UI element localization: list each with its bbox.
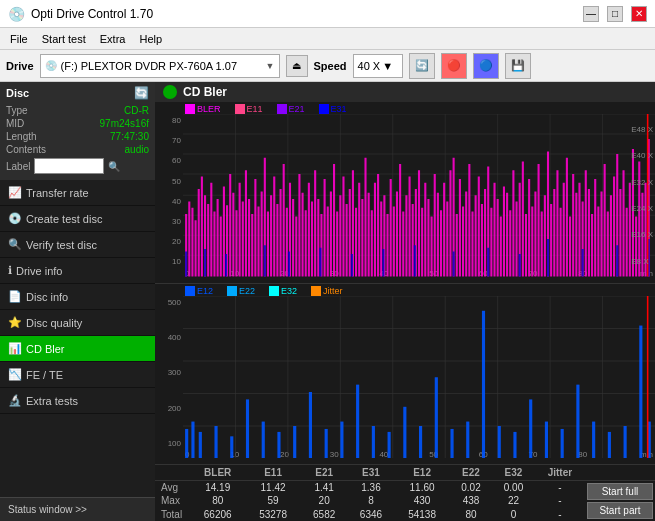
- action-buttons-cell: Start full Start part: [585, 481, 655, 522]
- maximize-button[interactable]: □: [607, 6, 623, 22]
- svg-rect-145: [591, 214, 593, 277]
- svg-rect-71: [358, 183, 360, 277]
- svg-rect-139: [572, 174, 574, 277]
- label-input[interactable]: [34, 158, 104, 174]
- start-full-button[interactable]: Start full: [587, 483, 653, 500]
- settings-button[interactable]: 🔴: [441, 53, 467, 79]
- eject-button[interactable]: ⏏: [286, 55, 308, 77]
- minimize-button[interactable]: —: [583, 6, 599, 22]
- svg-rect-73: [364, 158, 366, 277]
- transfer-rate-icon: 📈: [8, 186, 22, 199]
- svg-rect-28: [223, 187, 225, 277]
- svg-rect-17: [188, 202, 190, 277]
- svg-rect-220: [576, 384, 579, 458]
- svg-rect-200: [262, 421, 265, 458]
- svg-rect-199: [246, 399, 249, 458]
- svg-rect-81: [390, 179, 392, 277]
- save-button[interactable]: 💾: [505, 53, 531, 79]
- svg-rect-115: [497, 199, 499, 277]
- disc-contents-row: Contents audio: [6, 143, 149, 156]
- title-bar-left: 💿 Opti Drive Control 1.70: [8, 6, 153, 22]
- svg-rect-58: [317, 199, 319, 277]
- sidebar-item-disc-quality[interactable]: ⭐ Disc quality: [0, 310, 155, 336]
- status-window-button[interactable]: Status window >>: [8, 504, 147, 515]
- svg-rect-175: [519, 254, 521, 277]
- error-svg-container: [183, 296, 655, 459]
- menu-help[interactable]: Help: [133, 31, 168, 47]
- max-e12: 430: [394, 494, 449, 507]
- fe-te-label: FE / TE: [26, 369, 63, 381]
- bler-y-axis: 80 70 60 50 40 30 20 10: [155, 114, 183, 277]
- svg-rect-32: [235, 210, 237, 276]
- menu-start-test[interactable]: Start test: [36, 31, 92, 47]
- left-panel: Disc 🔄 Type CD-R MID 97m24s16f Length 77…: [0, 82, 155, 521]
- disc-label-row: Label 🔍: [6, 156, 149, 176]
- svg-rect-65: [339, 195, 341, 276]
- svg-rect-55: [308, 183, 310, 277]
- max-e22: 438: [450, 494, 492, 507]
- total-e31: 6346: [348, 508, 395, 521]
- close-button[interactable]: ✕: [631, 6, 647, 22]
- chart-icon: [163, 85, 177, 99]
- disc-title: Disc: [6, 87, 29, 99]
- drive-info-icon: ℹ: [8, 264, 12, 277]
- svg-rect-87: [409, 177, 411, 277]
- sidebar-item-disc-info[interactable]: 📄 Disc info: [0, 284, 155, 310]
- info-button[interactable]: 🔵: [473, 53, 499, 79]
- svg-rect-51: [295, 217, 297, 277]
- sidebar-item-extra-tests[interactable]: 🔬 Extra tests: [0, 388, 155, 414]
- svg-rect-78: [380, 202, 382, 277]
- svg-rect-140: [575, 193, 577, 277]
- speed-label: Speed: [314, 60, 347, 72]
- svg-rect-114: [493, 183, 495, 277]
- svg-rect-205: [340, 421, 343, 458]
- sidebar-item-transfer-rate[interactable]: 📈 Transfer rate: [0, 180, 155, 206]
- svg-rect-33: [239, 183, 241, 277]
- error-y-axis: 500 400 300 200 100: [155, 296, 183, 459]
- svg-rect-137: [566, 158, 568, 277]
- max-bler: 80: [190, 494, 245, 507]
- legend-e31: E31: [319, 104, 347, 114]
- svg-rect-138: [569, 217, 571, 277]
- avg-e21: 1.41: [301, 481, 348, 495]
- sidebar-item-fe-te[interactable]: 📉 FE / TE: [0, 362, 155, 388]
- drive-dropdown-arrow: ▼: [266, 61, 275, 71]
- svg-rect-44: [273, 177, 275, 277]
- bler-svg: [183, 114, 655, 277]
- svg-rect-83: [396, 192, 398, 277]
- sidebar-item-cd-bler[interactable]: 📊 CD Bler: [0, 336, 155, 362]
- start-part-button[interactable]: Start part: [587, 502, 653, 519]
- svg-rect-203: [309, 392, 312, 458]
- menu-extra[interactable]: Extra: [94, 31, 132, 47]
- svg-rect-77: [377, 174, 379, 277]
- svg-rect-38: [254, 179, 256, 277]
- sidebar-item-verify-test-disc[interactable]: 🔍 Verify test disc: [0, 232, 155, 258]
- svg-rect-223: [624, 426, 627, 459]
- menu-file[interactable]: File: [4, 31, 34, 47]
- svg-rect-20: [198, 189, 200, 277]
- svg-rect-26: [217, 199, 219, 277]
- svg-rect-74: [368, 193, 370, 277]
- svg-rect-76: [374, 183, 376, 277]
- svg-rect-135: [560, 208, 562, 277]
- sidebar-item-drive-info[interactable]: ℹ Drive info: [0, 258, 155, 284]
- sidebar-item-create-test-disc[interactable]: 💿 Create test disc: [0, 206, 155, 232]
- svg-rect-152: [613, 177, 615, 277]
- legend-e22: E22: [227, 286, 255, 296]
- legend-jitter: Jitter: [311, 286, 343, 296]
- speed-select[interactable]: 40 X ▼: [353, 54, 403, 78]
- title-bar: 💿 Opti Drive Control 1.70 — □ ✕: [0, 0, 655, 28]
- refresh-button[interactable]: 🔄: [409, 53, 435, 79]
- label-search-icon[interactable]: 🔍: [108, 161, 120, 172]
- svg-rect-143: [585, 170, 587, 276]
- disc-info-icon: 📄: [8, 290, 22, 303]
- disc-refresh-icon[interactable]: 🔄: [134, 86, 149, 100]
- bler-svg-container: E48 X E40 X E32 X E24 X E16 X E8 X: [183, 114, 655, 277]
- svg-rect-151: [610, 195, 612, 276]
- svg-rect-102: [456, 214, 458, 277]
- svg-rect-105: [465, 192, 467, 277]
- drive-select[interactable]: 💿 (F:) PLEXTOR DVDR PX-760A 1.07 ▼: [40, 54, 280, 78]
- total-e22: 80: [450, 508, 492, 521]
- error-legend: E12 E22 E32 Jitter: [155, 284, 655, 296]
- svg-rect-210: [419, 426, 422, 459]
